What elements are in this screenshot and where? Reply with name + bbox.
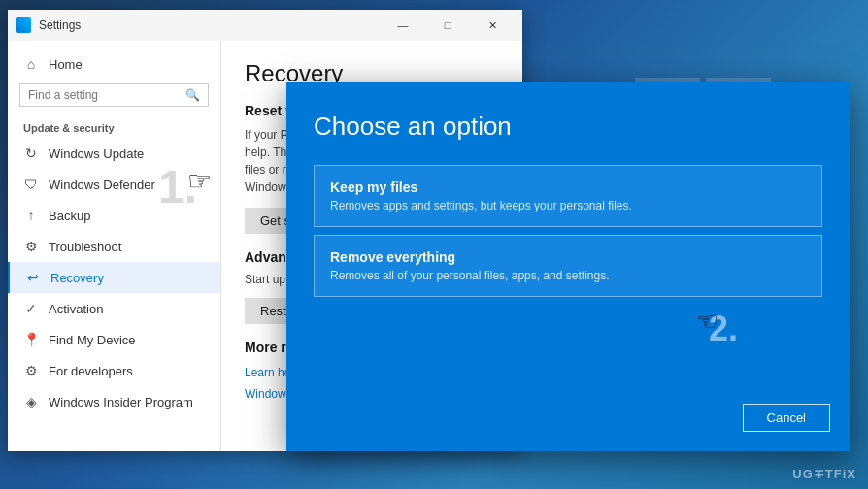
close-button[interactable]: ✕ bbox=[470, 10, 515, 41]
keep-files-desc: Removes apps and settings, but keeps you… bbox=[330, 199, 806, 212]
remove-everything-desc: Removes all of your personal files, apps… bbox=[330, 269, 806, 282]
windows-update-icon: ↻ bbox=[23, 146, 39, 161]
cancel-button[interactable]: Cancel bbox=[743, 404, 830, 432]
step2-number: 2. bbox=[709, 309, 738, 349]
title-bar: Settings — □ ✕ bbox=[8, 10, 522, 41]
watermark-text: UG∓TFiX bbox=[792, 467, 856, 481]
search-box[interactable]: 🔍 bbox=[19, 83, 209, 107]
step1-number: 1. bbox=[158, 160, 197, 213]
home-label: Home bbox=[49, 57, 83, 72]
keep-files-option[interactable]: Keep my files Removes apps and settings,… bbox=[314, 165, 822, 227]
find-device-icon: 📍 bbox=[23, 332, 39, 347]
backup-icon: ↑ bbox=[23, 208, 39, 223]
sidebar-item-find-device[interactable]: 📍 Find My Device bbox=[8, 324, 220, 355]
remove-everything-title: Remove everything bbox=[330, 249, 806, 265]
home-icon: ⌂ bbox=[23, 56, 39, 72]
keep-files-title: Keep my files bbox=[330, 179, 806, 195]
insider-icon: ◈ bbox=[23, 394, 39, 409]
sidebar-item-home[interactable]: ⌂ Home bbox=[8, 49, 220, 80]
learn-link2[interactable]: Windows bbox=[245, 387, 292, 401]
troubleshoot-icon: ⚙ bbox=[23, 239, 39, 254]
recovery-icon: ↩ bbox=[25, 270, 41, 285]
troubleshoot-label: Troubleshoot bbox=[49, 240, 121, 254]
choose-option-dialog: Choose an option Keep my files Removes a… bbox=[286, 82, 850, 451]
search-icon: 🔍 bbox=[185, 88, 200, 102]
sidebar-item-activation[interactable]: ✓ Activation bbox=[8, 293, 220, 324]
settings-window-icon bbox=[16, 17, 31, 33]
windows-update-label: Windows Update bbox=[49, 147, 144, 161]
sidebar: ⌂ Home 🔍 Update & security ↻ Windows Upd… bbox=[8, 41, 221, 451]
window-controls: — □ ✕ bbox=[381, 10, 515, 41]
remove-everything-option[interactable]: Remove everything Removes all of your pe… bbox=[314, 235, 822, 297]
sidebar-item-insider[interactable]: ◈ Windows Insider Program bbox=[8, 386, 220, 417]
sidebar-item-troubleshoot[interactable]: ⚙ Troubleshoot bbox=[8, 231, 220, 262]
section-label: Update & security bbox=[8, 114, 220, 138]
choose-option-title: Choose an option bbox=[314, 112, 822, 142]
sidebar-item-recovery[interactable]: ↩ Recovery bbox=[8, 262, 220, 293]
developers-icon: ⚙ bbox=[23, 363, 39, 378]
minimize-button[interactable]: — bbox=[381, 10, 425, 41]
activation-icon: ✓ bbox=[23, 301, 39, 316]
shield-icon: 🛡 bbox=[23, 177, 39, 192]
cancel-btn-area: Cancel bbox=[743, 404, 830, 432]
maximize-button[interactable]: □ bbox=[425, 10, 470, 41]
backup-label: Backup bbox=[49, 209, 90, 223]
windows-defender-label: Windows Defender bbox=[49, 178, 155, 192]
developers-label: For developers bbox=[49, 364, 133, 378]
recovery-label: Recovery bbox=[50, 271, 104, 285]
activation-label: Activation bbox=[49, 302, 103, 316]
find-device-label: Find My Device bbox=[49, 333, 136, 347]
insider-label: Windows Insider Program bbox=[49, 395, 193, 409]
sidebar-item-developers[interactable]: ⚙ For developers bbox=[8, 355, 220, 386]
search-input[interactable] bbox=[28, 88, 185, 102]
window-title: Settings bbox=[39, 18, 381, 32]
